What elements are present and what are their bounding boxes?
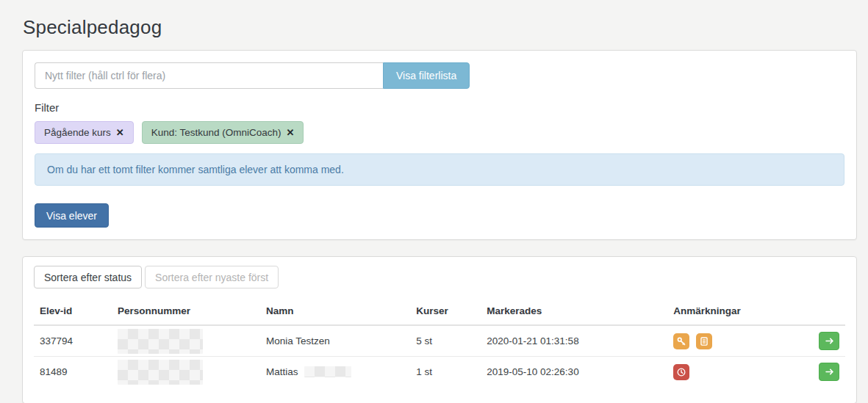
cell-personnummer — [112, 325, 260, 357]
cell-anmarkningar — [667, 357, 809, 388]
remove-filter-icon[interactable]: ✕ — [287, 127, 295, 138]
redacted-personnummer — [118, 329, 203, 354]
filter-tag-kund-testkund[interactable]: Kund: Testkund (OmniCoach) ✕ — [142, 121, 304, 144]
table-row: 81489 Mattias 1 st 2019-05-10 02:26:30 — [34, 357, 845, 388]
col-header-actions — [809, 296, 845, 325]
col-header-namn: Namn — [260, 296, 410, 325]
page: Specialpedagog Visa filterlista Filter P… — [0, 0, 868, 403]
cell-kurser: 1 st — [410, 357, 481, 388]
cell-namn: Monia Testzen — [260, 325, 410, 357]
active-filter-tags: Pågående kurs ✕ Kund: Testkund (OmniCoac… — [35, 121, 844, 144]
info-alert: Om du har ett tomt filter kommer samtlig… — [35, 153, 844, 186]
filter-card: Visa filterlista Filter Pågående kurs ✕ … — [22, 50, 857, 240]
results-card: Sortera efter status Sortera efter nyast… — [22, 256, 857, 403]
col-header-kurser: Kurser — [410, 296, 481, 325]
filter-input-group: Visa filterlista — [35, 62, 844, 89]
filter-tag-label: Kund: Testkund (OmniCoach) — [151, 127, 281, 138]
arrow-right-icon — [824, 336, 835, 346]
show-students-button[interactable]: Visa elever — [35, 203, 109, 228]
cell-markerades: 2019-05-10 02:26:30 — [481, 357, 667, 388]
sort-by-newest-button[interactable]: Sortera efter nyaste först — [145, 266, 279, 288]
cell-markerades: 2020-01-21 01:31:58 — [481, 325, 667, 357]
clock-icon — [673, 364, 689, 380]
key-icon — [673, 333, 689, 349]
remove-filter-icon[interactable]: ✕ — [116, 127, 124, 138]
show-filterlist-button[interactable]: Visa filterlista — [383, 62, 470, 89]
open-student-button[interactable] — [819, 332, 839, 350]
cell-actions — [809, 357, 845, 388]
filter-tag-pagaende-kurs[interactable]: Pågående kurs ✕ — [35, 121, 134, 144]
new-filter-input[interactable] — [35, 62, 383, 89]
note-icon — [696, 333, 712, 349]
redacted-surname — [304, 366, 351, 377]
cell-kurser: 5 st — [410, 325, 481, 357]
cell-anmarkningar — [667, 325, 809, 357]
col-header-markerades: Markerades — [481, 296, 667, 325]
redacted-personnummer — [118, 360, 203, 385]
arrow-right-icon — [824, 367, 835, 377]
cell-namn: Mattias — [260, 357, 410, 388]
table-header-row: Elev-id Personnummer Namn Kurser Markera… — [34, 296, 845, 325]
filter-tag-label: Pågående kurs — [44, 127, 111, 138]
cell-personnummer — [112, 357, 260, 388]
page-title: Specialpedagog — [23, 16, 857, 39]
filter-label: Filter — [35, 101, 844, 114]
table-row: 337794 Monia Testzen 5 st 2020-01-21 01:… — [34, 325, 845, 357]
col-header-personnummer: Personnummer — [112, 296, 260, 325]
cell-elev-id: 81489 — [34, 357, 112, 388]
open-student-button[interactable] — [819, 363, 839, 381]
cell-elev-id: 337794 — [34, 325, 112, 357]
col-header-anmarkningar: Anmärkningar — [667, 296, 809, 325]
cell-actions — [809, 325, 845, 357]
sort-buttons-row: Sortera efter status Sortera efter nyast… — [34, 266, 845, 288]
students-table: Elev-id Personnummer Namn Kurser Markera… — [34, 296, 845, 387]
col-header-elev-id: Elev-id — [34, 296, 112, 325]
sort-by-status-button[interactable]: Sortera efter status — [34, 266, 142, 288]
